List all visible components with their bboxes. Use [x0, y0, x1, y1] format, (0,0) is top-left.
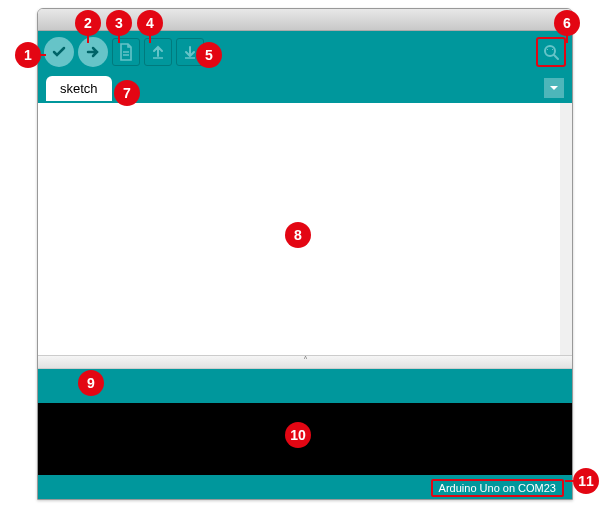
file-icon	[118, 43, 134, 61]
arrow-up-icon	[150, 43, 166, 61]
board-port-info: Arduino Uno on COM23	[431, 479, 564, 497]
callout-3: 3	[106, 10, 132, 36]
callout-5: 5	[196, 42, 222, 68]
tab-menu-button[interactable]	[544, 78, 564, 98]
callout-line	[149, 35, 151, 43]
tab-label: sketch	[60, 81, 98, 96]
new-button[interactable]	[112, 38, 140, 66]
callout-line	[566, 35, 568, 43]
arrow-right-icon	[85, 44, 101, 60]
callout-1: 1	[15, 42, 41, 68]
verify-button[interactable]	[44, 37, 74, 67]
serial-monitor-button[interactable]	[536, 37, 566, 67]
callout-10: 10	[285, 422, 311, 448]
footer: Arduino Uno on COM23	[38, 475, 572, 500]
magnifier-icon	[542, 43, 560, 61]
callout-4: 4	[137, 10, 163, 36]
callout-2: 2	[75, 10, 101, 36]
callout-line	[118, 35, 120, 43]
check-icon	[51, 44, 67, 60]
status-bar	[38, 369, 572, 403]
pane-divider[interactable]	[38, 355, 572, 369]
callout-7: 7	[114, 80, 140, 106]
editor-scrollbar[interactable]	[560, 103, 572, 355]
triangle-down-icon	[549, 83, 559, 93]
upload-button[interactable]	[78, 37, 108, 67]
callout-line	[87, 35, 89, 43]
callout-11: 11	[573, 468, 599, 494]
tab-sketch[interactable]: sketch	[46, 76, 112, 101]
callout-8: 8	[285, 222, 311, 248]
callout-6: 6	[554, 10, 580, 36]
callout-9: 9	[78, 370, 104, 396]
toolbar-left	[44, 37, 204, 67]
